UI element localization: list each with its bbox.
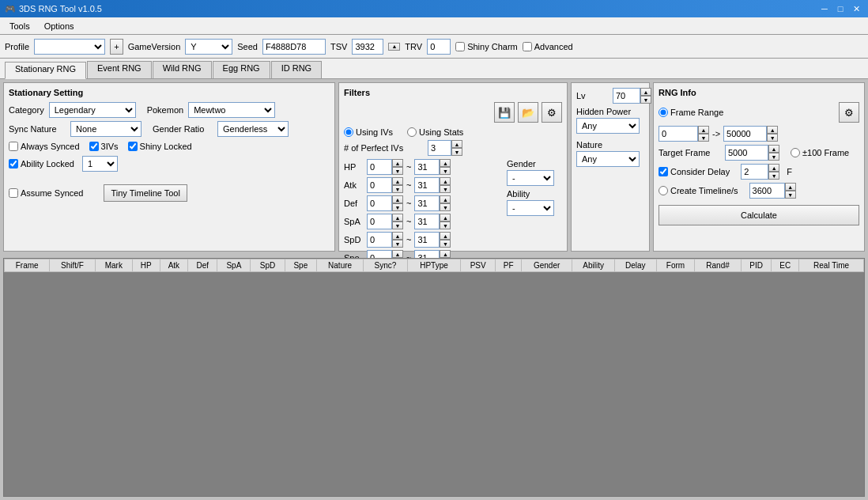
create-timeline-up[interactable]: ▲ — [785, 183, 796, 191]
frame-range-settings-button[interactable]: ⚙ — [839, 102, 859, 123]
three-ivs-label[interactable]: 3IVs — [89, 142, 119, 151]
three-ivs-checkbox[interactable] — [89, 142, 99, 151]
iv-min-down-hp[interactable]: ▼ — [392, 167, 403, 175]
ability-locked-label[interactable]: Ability Locked — [9, 159, 74, 169]
menu-options[interactable]: Options — [38, 20, 81, 32]
nature-dropdown[interactable]: Any — [576, 151, 640, 167]
iv-min-input-spd[interactable] — [367, 232, 392, 248]
save-filter-button[interactable]: 💾 — [494, 102, 515, 123]
iv-max-up-spe[interactable]: ▲ — [440, 250, 451, 258]
minimize-button[interactable]: ─ — [817, 2, 832, 15]
always-synced-label[interactable]: Always Synced — [9, 142, 80, 151]
target-frame-input[interactable] — [725, 145, 768, 161]
num-perfect-ivs-down[interactable]: ▼ — [451, 148, 462, 156]
gender-ratio-dropdown[interactable]: Genderless — [217, 121, 289, 137]
shiny-charm-checkbox[interactable] — [455, 42, 465, 51]
tab-wild-rng[interactable]: Wild RNG — [153, 61, 212, 78]
using-ivs-radio[interactable] — [344, 127, 353, 137]
load-filter-button[interactable]: 📂 — [518, 102, 538, 123]
iv-max-down-hp[interactable]: ▼ — [440, 167, 451, 175]
lv-up-btn[interactable]: ▲ — [640, 88, 651, 96]
tab-id-rng[interactable]: ID RNG — [271, 61, 323, 78]
frame-start-down[interactable]: ▼ — [698, 134, 709, 142]
plus-minus-radio[interactable] — [791, 148, 800, 157]
hidden-power-dropdown[interactable]: Any — [576, 118, 640, 134]
iv-min-up-atk[interactable]: ▲ — [392, 177, 403, 185]
shiny-locked-checkbox[interactable] — [128, 142, 138, 151]
iv-min-input-spa[interactable] — [367, 214, 392, 229]
always-synced-checkbox[interactable] — [9, 142, 18, 151]
tab-event-rng[interactable]: Event RNG — [87, 61, 152, 78]
seed-input[interactable] — [262, 39, 326, 55]
iv-min-input-atk[interactable] — [367, 177, 392, 193]
tsv-up-button[interactable]: ▲ — [388, 43, 400, 51]
iv-min-down-spa[interactable]: ▼ — [392, 222, 403, 229]
iv-max-down-def[interactable]: ▼ — [440, 203, 451, 211]
iv-max-down-atk[interactable]: ▼ — [440, 185, 451, 193]
frame-end-input[interactable] — [723, 126, 767, 142]
create-timeline-input[interactable] — [749, 183, 785, 199]
frame-range-radio[interactable] — [659, 108, 668, 117]
iv-max-down-spd[interactable]: ▼ — [440, 240, 451, 248]
advanced-checkbox-label[interactable]: Advanced — [523, 42, 573, 51]
assume-synced-label[interactable]: Assume Synced — [9, 188, 83, 198]
iv-min-up-spd[interactable]: ▲ — [392, 232, 403, 240]
iv-max-input-spd[interactable] — [414, 232, 440, 248]
pokemon-dropdown[interactable]: Mewtwo — [188, 102, 275, 118]
game-version-dropdown[interactable]: Y — [185, 39, 232, 55]
create-timeline-label[interactable]: Create Timeline/s — [659, 186, 738, 195]
consider-delay-down[interactable]: ▼ — [768, 172, 779, 180]
ability-locked-checkbox[interactable] — [9, 159, 18, 169]
assume-synced-checkbox[interactable] — [9, 188, 18, 198]
using-stats-radio-label[interactable]: Using Stats — [407, 127, 463, 137]
consider-delay-label[interactable]: Consider Delay — [659, 167, 730, 176]
maximize-button[interactable]: □ — [833, 2, 847, 15]
iv-min-input-def[interactable] — [367, 195, 392, 211]
create-timeline-down[interactable]: ▼ — [785, 191, 796, 199]
advanced-checkbox[interactable] — [523, 42, 532, 51]
ability-dropdown[interactable]: - — [507, 200, 554, 216]
using-ivs-radio-label[interactable]: Using IVs — [344, 127, 393, 137]
iv-min-down-spd[interactable]: ▼ — [392, 240, 403, 248]
iv-max-input-def[interactable] — [414, 195, 440, 211]
iv-max-up-atk[interactable]: ▲ — [440, 177, 451, 185]
frame-start-input[interactable] — [659, 126, 698, 142]
settings-filter-button[interactable]: ⚙ — [542, 102, 562, 123]
iv-min-up-hp[interactable]: ▲ — [392, 159, 403, 167]
tiny-timeline-button[interactable]: Tiny Timeline Tool — [104, 184, 187, 202]
target-frame-up[interactable]: ▲ — [768, 145, 779, 153]
iv-max-up-spd[interactable]: ▲ — [440, 232, 451, 240]
frame-end-up[interactable]: ▲ — [767, 126, 778, 134]
plus-minus-label[interactable]: ±100 Frame — [791, 148, 849, 157]
frame-range-radio-label[interactable]: Frame Range — [659, 108, 723, 117]
iv-max-up-def[interactable]: ▲ — [440, 195, 451, 203]
lv-input[interactable] — [613, 88, 640, 104]
num-perfect-ivs-input[interactable] — [428, 140, 451, 156]
iv-max-down-spa[interactable]: ▼ — [440, 222, 451, 229]
add-profile-button[interactable]: + — [110, 39, 123, 55]
consider-delay-input[interactable] — [741, 164, 768, 180]
iv-min-down-atk[interactable]: ▼ — [392, 185, 403, 193]
frame-start-up[interactable]: ▲ — [698, 126, 709, 134]
category-dropdown[interactable]: Legendary — [49, 102, 136, 118]
lv-down-btn[interactable]: ▼ — [640, 96, 651, 104]
tab-stationary-rng[interactable]: Stationary RNG — [5, 62, 86, 79]
iv-min-down-def[interactable]: ▼ — [392, 203, 403, 211]
iv-min-up-spe[interactable]: ▲ — [392, 250, 403, 258]
shiny-charm-checkbox-label[interactable]: Shiny Charm — [455, 42, 518, 51]
iv-min-input-hp[interactable] — [367, 159, 392, 175]
iv-max-input-atk[interactable] — [414, 177, 440, 193]
iv-max-input-spa[interactable] — [414, 214, 440, 229]
trv-input[interactable] — [427, 39, 451, 55]
tsv-input[interactable] — [352, 39, 383, 55]
create-timeline-radio[interactable] — [659, 186, 668, 195]
shiny-locked-label[interactable]: Shiny Locked — [128, 142, 192, 151]
iv-max-up-spa[interactable]: ▲ — [440, 214, 451, 222]
menu-tools[interactable]: Tools — [3, 20, 36, 32]
close-button[interactable]: ✕ — [849, 2, 863, 15]
using-stats-radio[interactable] — [407, 127, 417, 137]
calculate-button[interactable]: Calculate — [659, 205, 859, 225]
sync-nature-dropdown[interactable]: None — [70, 121, 142, 137]
iv-max-up-hp[interactable]: ▲ — [440, 159, 451, 167]
iv-max-input-hp[interactable] — [414, 159, 440, 175]
